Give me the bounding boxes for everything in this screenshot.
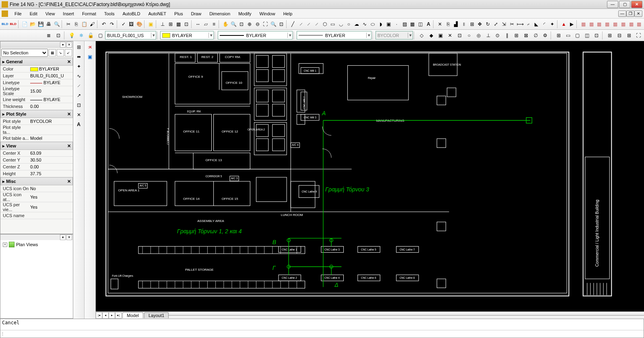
explode-icon[interactable]: ✦ bbox=[549, 20, 556, 29]
vk-icon[interactable]: :K bbox=[86, 43, 95, 52]
tab-model[interactable]: Model bbox=[122, 312, 143, 318]
prop-thickness-value[interactable]: 0.00 bbox=[29, 104, 73, 109]
v9-icon[interactable]: A bbox=[74, 120, 83, 129]
color-icon[interactable]: ▢ bbox=[96, 31, 105, 40]
menu-window[interactable]: Window bbox=[256, 10, 279, 18]
layer-select[interactable]: BUILD_FL001_US ▾ bbox=[105, 31, 156, 39]
ellipse-icon[interactable]: ⬭ bbox=[369, 20, 376, 29]
print-icon[interactable]: 🖶 bbox=[45, 20, 52, 29]
preview-icon[interactable]: 🔍 bbox=[53, 20, 60, 29]
run-icon[interactable]: ▶ bbox=[568, 20, 576, 29]
wall4-icon[interactable]: ▦ bbox=[604, 20, 611, 29]
cut-icon[interactable]: ✂ bbox=[65, 20, 72, 29]
menu-view[interactable]: View bbox=[41, 10, 59, 18]
named-icon[interactable]: ▭ bbox=[564, 31, 572, 40]
lineweight-select[interactable]: BYLAYER ▾ bbox=[297, 31, 372, 39]
osnap-set-icon[interactable]: ⚙ bbox=[541, 31, 549, 40]
osnap9-icon[interactable]: ⊙ bbox=[493, 31, 502, 40]
break-icon[interactable]: ⌿ bbox=[525, 20, 532, 29]
mdi-restore-button[interactable]: ❐ bbox=[626, 10, 634, 17]
menu-insert[interactable]: Insert bbox=[59, 10, 78, 18]
command-line[interactable]: Cancel : bbox=[0, 319, 644, 338]
tab-layout1[interactable]: Layout1 bbox=[144, 312, 169, 318]
selection-filter[interactable]: No Selection bbox=[1, 49, 48, 57]
prop-ltscale-value[interactable]: 15.00 bbox=[29, 89, 73, 93]
minimize-button[interactable]: — bbox=[607, 1, 618, 8]
prop-layer-value[interactable]: BUILD_FL001_U bbox=[29, 73, 73, 78]
wall8-icon[interactable]: ▦ bbox=[636, 20, 643, 29]
osnap2-icon[interactable]: ◆ bbox=[427, 31, 436, 40]
area-icon[interactable]: ▱ bbox=[202, 20, 210, 29]
polyline-icon[interactable]: ⟋ bbox=[313, 20, 320, 29]
zoomout-icon[interactable]: ⊖ bbox=[254, 20, 261, 29]
osnap-none-icon[interactable]: ∅ bbox=[531, 31, 540, 40]
menu-format[interactable]: Format bbox=[78, 10, 100, 18]
gradient-icon[interactable]: ▦ bbox=[409, 20, 416, 29]
plotstyle-select[interactable]: BYCOLOR ▾ bbox=[376, 31, 413, 39]
undo-icon[interactable]: ↶ bbox=[100, 20, 107, 29]
rect-icon[interactable]: ▭ bbox=[329, 20, 336, 29]
offset-icon[interactable]: ⫴ bbox=[460, 20, 468, 29]
osnap5-icon[interactable]: ⊡ bbox=[455, 31, 464, 40]
wall6-icon[interactable]: ▦ bbox=[619, 20, 627, 29]
quickselect-icon[interactable]: ▦ bbox=[49, 49, 56, 56]
prop-ucson-value[interactable]: No bbox=[29, 186, 73, 191]
maximize-button[interactable]: ▢ bbox=[619, 1, 630, 8]
v3-icon[interactable]: ✦ bbox=[74, 62, 83, 71]
spline-icon[interactable]: ∿ bbox=[361, 20, 368, 29]
erase-icon[interactable]: ✕ bbox=[436, 20, 444, 29]
osnap11-icon[interactable]: ⊞ bbox=[512, 31, 521, 40]
mdi-minimize-button[interactable]: — bbox=[618, 10, 626, 17]
chamfer-icon[interactable]: ◣ bbox=[533, 20, 540, 29]
extend-icon[interactable]: ⟼ bbox=[516, 20, 524, 29]
ortho-icon[interactable]: ⊥ bbox=[159, 20, 166, 29]
category-view[interactable]: ▸ View✕ bbox=[0, 142, 73, 150]
v2-icon[interactable]: ⬌ bbox=[74, 52, 83, 61]
scale-icon[interactable]: ⤢ bbox=[492, 20, 500, 29]
wall7-icon[interactable]: ▦ bbox=[627, 20, 635, 29]
arc-icon[interactable]: ◡ bbox=[337, 20, 345, 29]
render-icon[interactable]: 🎨 bbox=[136, 20, 143, 29]
select-objects-icon[interactable]: ↙ bbox=[65, 49, 72, 56]
prop-height-value[interactable]: 37.75 bbox=[29, 171, 73, 176]
osnap12-icon[interactable]: ⊠ bbox=[522, 31, 530, 40]
osnap1-icon[interactable]: ◇ bbox=[417, 31, 426, 40]
prop-plotatt-value[interactable]: Model bbox=[29, 136, 73, 141]
vp4-icon[interactable]: ⊞ bbox=[625, 31, 634, 40]
menu-dimension[interactable]: Dimension bbox=[205, 10, 234, 18]
layers-icon[interactable]: ≣ bbox=[45, 31, 54, 40]
image-icon[interactable]: 🖼 bbox=[128, 20, 135, 29]
move-icon[interactable]: ✥ bbox=[477, 20, 484, 29]
prop-color-value[interactable]: BYLAYER bbox=[29, 66, 73, 71]
vports-icon[interactable]: ⊞ bbox=[554, 31, 563, 40]
mirror-icon[interactable]: ▟ bbox=[452, 20, 460, 29]
category-general[interactable]: ▸ General✕ bbox=[0, 58, 73, 66]
color-select[interactable]: BYLAYER ▾ bbox=[160, 31, 213, 39]
hatch-icon[interactable]: ▨ bbox=[401, 20, 408, 29]
menu-autobld[interactable]: AutoBLD bbox=[118, 10, 144, 18]
mdi-close-button[interactable]: ✕ bbox=[634, 10, 642, 17]
ellipsearc-icon[interactable]: ◗ bbox=[377, 20, 384, 29]
wall2-icon[interactable]: ▦ bbox=[588, 20, 595, 29]
osnap8-icon[interactable]: ⊥ bbox=[484, 31, 493, 40]
stretch-icon[interactable]: ⇲ bbox=[500, 20, 508, 29]
prop-lwt-value[interactable]: BYLAYE bbox=[29, 97, 73, 102]
grid-icon[interactable]: ▦ bbox=[175, 20, 182, 29]
et-icon[interactable]: ⊡ bbox=[183, 20, 190, 29]
prop-plotstyle-value[interactable]: BYCOLOR bbox=[29, 119, 73, 124]
prop-cy-value[interactable]: 30.50 bbox=[29, 158, 73, 162]
menu-modify[interactable]: Modify bbox=[234, 10, 255, 18]
rotate-icon[interactable]: ↻ bbox=[484, 20, 491, 29]
osnap4-icon[interactable]: ✕ bbox=[446, 31, 455, 40]
zoomprev-icon[interactable]: 🔍 bbox=[270, 20, 277, 29]
palette-close-icon[interactable]: ✕ bbox=[66, 42, 72, 48]
osnap6-icon[interactable]: ○ bbox=[465, 31, 474, 40]
tree-close-icon[interactable]: ✕ bbox=[66, 234, 72, 240]
copyobj-icon[interactable]: ⎘ bbox=[444, 20, 452, 29]
category-plotstyle[interactable]: ▸ Plot Style✕ bbox=[0, 110, 73, 118]
category-misc[interactable]: ▸ Misc✕ bbox=[0, 177, 73, 185]
vpmax-icon[interactable]: ⛶ bbox=[634, 31, 643, 40]
bld2-icon[interactable]: BLD bbox=[9, 20, 17, 29]
zoomin-icon[interactable]: ⊕ bbox=[246, 20, 253, 29]
wall3-icon[interactable]: ▦ bbox=[596, 20, 603, 29]
